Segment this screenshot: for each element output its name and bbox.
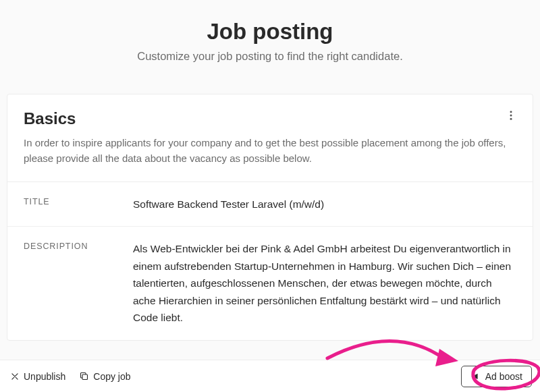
description-field-label: DESCRIPTION bbox=[24, 240, 125, 327]
megaphone-icon bbox=[470, 371, 481, 381]
copy-job-label: Copy job bbox=[93, 371, 130, 382]
copy-icon bbox=[79, 371, 89, 381]
dots-vertical-icon bbox=[505, 111, 517, 124]
annotation-arrow-icon bbox=[327, 341, 446, 360]
bottom-bar: Unpublish Copy job Ad boost bbox=[0, 360, 540, 392]
page-title: Job posting bbox=[14, 19, 526, 45]
svg-point-2 bbox=[510, 117, 512, 119]
more-options-button[interactable] bbox=[502, 107, 520, 125]
svg-rect-3 bbox=[82, 374, 88, 380]
svg-point-1 bbox=[510, 114, 512, 116]
title-field-label: TITLE bbox=[24, 196, 125, 213]
description-field-value: Als Web-Entwickler bei der Pink & Adel G… bbox=[133, 240, 516, 327]
copy-job-button[interactable]: Copy job bbox=[78, 368, 132, 385]
unpublish-button[interactable]: Unpublish bbox=[8, 368, 67, 385]
page-subtitle: Customize your job posting to find the r… bbox=[14, 50, 526, 63]
hero: Job posting Customize your job posting t… bbox=[0, 0, 540, 94]
ad-boost-label: Ad boost bbox=[485, 371, 522, 382]
basics-card: Basics In order to inspire applicants fo… bbox=[7, 94, 533, 341]
title-row[interactable]: TITLE Software Backend Tester Laravel (m… bbox=[7, 182, 533, 227]
card-header: Basics In order to inspire applicants fo… bbox=[7, 94, 533, 182]
unpublish-label: Unpublish bbox=[24, 371, 65, 382]
svg-point-0 bbox=[510, 111, 512, 113]
close-icon bbox=[9, 371, 20, 381]
section-description: In order to inspire applicants for your … bbox=[24, 135, 516, 167]
section-title: Basics bbox=[24, 109, 516, 128]
ad-boost-button[interactable]: Ad boost bbox=[461, 366, 532, 387]
description-row[interactable]: DESCRIPTION Als Web-Entwickler bei der P… bbox=[7, 227, 533, 340]
title-field-value: Software Backend Tester Laravel (m/w/d) bbox=[133, 196, 516, 213]
